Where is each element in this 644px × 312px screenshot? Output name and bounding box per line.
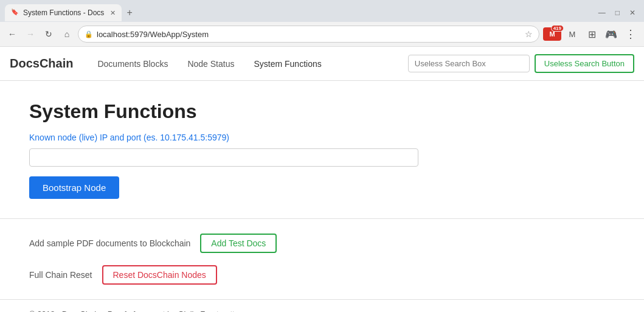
app-container: DocsChain Documents Blocks Node Status S… — [0, 47, 644, 312]
footer-divider — [0, 299, 644, 300]
minimize-icon[interactable]: — — [595, 7, 609, 18]
gmail-badge: 419 — [551, 25, 564, 32]
browser-chrome: 🔖 System Functions - Docs ✕ + — □ ✕ ← → … — [0, 0, 644, 47]
node-ip-input[interactable] — [29, 148, 418, 167]
search-input[interactable] — [408, 55, 530, 72]
home-button[interactable]: ⌂ — [60, 27, 74, 41]
address-input[interactable] — [97, 30, 521, 39]
tab-title: System Functions - Docs — [23, 9, 104, 17]
nav-link-node-status[interactable]: Node Status — [178, 54, 244, 74]
search-button[interactable]: Useless Search Button — [535, 54, 634, 73]
bookmark-star-icon[interactable]: ☆ — [525, 29, 533, 39]
node-label: Known node (live) IP and port (es. 10.17… — [29, 133, 615, 142]
section-divider — [0, 218, 644, 219]
add-docs-row: Add sample PDF documents to Blockchain A… — [29, 234, 615, 253]
tab-bar: 🔖 System Functions - Docs ✕ + — □ ✕ — [0, 0, 644, 22]
main-content: System Functions Known node (live) IP an… — [0, 81, 644, 312]
browser-tab[interactable]: 🔖 System Functions - Docs ✕ — [5, 4, 122, 21]
browser-ext-icon-3[interactable]: 🎮 — [603, 26, 620, 43]
browser-right-icons: M 419 M ⊞ 🎮 ⋮ — [543, 26, 639, 43]
browser-ext-icon-2[interactable]: ⊞ — [583, 26, 600, 43]
nav-link-system-functions[interactable]: System Functions — [244, 54, 331, 74]
back-button[interactable]: ← — [5, 27, 19, 41]
reload-button[interactable]: ↻ — [41, 27, 56, 41]
reset-label: Full Chain Reset — [29, 270, 92, 280]
add-docs-label: Add sample PDF documents to Blockchain — [29, 238, 190, 248]
forward-button[interactable]: → — [23, 27, 38, 41]
gmail-icon[interactable]: M 419 — [543, 27, 561, 41]
browser-controls-bar: ← → ↻ ⌂ 🔒 ☆ M 419 M ⊞ 🎮 ⋮ — [0, 22, 644, 46]
tab-favicon-icon: 🔖 — [11, 9, 19, 17]
navbar: DocsChain Documents Blocks Node Status S… — [0, 47, 644, 81]
nav-search-area: Useless Search Button — [408, 54, 634, 73]
nav-link-documents-blocks[interactable]: Documents Blocks — [88, 54, 178, 74]
address-bar[interactable]: 🔒 ☆ — [78, 26, 539, 43]
new-tab-button[interactable]: + — [122, 7, 137, 18]
brand-logo[interactable]: DocsChain — [10, 57, 73, 71]
close-window-icon[interactable]: ✕ — [626, 7, 639, 18]
browser-menu-icon[interactable]: ⋮ — [622, 26, 639, 43]
browser-ext-icon-1[interactable]: M — [564, 26, 581, 43]
footer-text: © 2018 - DocsChain - Proof of concept by… — [29, 310, 615, 312]
reset-row: Full Chain Reset Reset DocsChain Nodes — [29, 265, 615, 285]
maximize-icon[interactable]: □ — [612, 7, 623, 18]
add-test-docs-button[interactable]: Add Test Docs — [200, 234, 277, 253]
bootstrap-node-button[interactable]: Bootstrap Node — [29, 176, 119, 199]
reset-docschain-button[interactable]: Reset DocsChain Nodes — [102, 265, 217, 285]
nav-links: Documents Blocks Node Status System Func… — [88, 54, 407, 74]
lock-icon: 🔒 — [85, 30, 93, 38]
page-title: System Functions — [29, 100, 615, 123]
tab-close-icon[interactable]: ✕ — [110, 9, 116, 17]
